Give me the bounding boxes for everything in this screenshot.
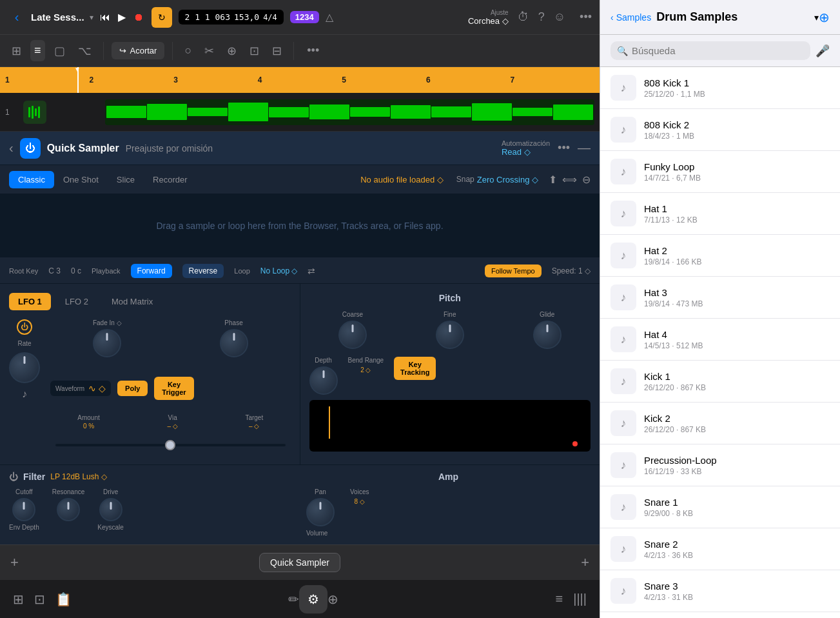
via-value[interactable]: – ◇	[167, 423, 177, 430]
mode-recorder-button[interactable]: Recorder	[144, 171, 196, 188]
mic-button[interactable]: 🎤	[816, 44, 830, 58]
sample-list-item[interactable]: ♪ Hat 4 14/5/13 · 512 MB	[600, 319, 840, 361]
record-button[interactable]: ⏺	[133, 12, 144, 23]
snap-up-icon[interactable]: ⬆	[549, 174, 557, 186]
plugin-back-button[interactable]: ‹	[9, 141, 14, 155]
snap-minus-icon[interactable]: ⊖	[582, 174, 591, 186]
snap-value[interactable]: Zero Crossing ◇	[477, 175, 538, 184]
top-more-button[interactable]: •••	[580, 10, 592, 24]
fine-knob[interactable]	[436, 321, 464, 349]
samples-back-button[interactable]: ‹ Samples	[610, 12, 651, 23]
target-value[interactable]: – ◇	[249, 423, 259, 430]
sample-list-item[interactable]: ♪ Precussion-Loop 16/12/19 · 33 KB	[600, 444, 840, 486]
timeline-ruler[interactable]: 1 2 3 4 5 6 7	[0, 67, 600, 93]
sample-list-item[interactable]: ♪ Snare 4 24/9/13 · 136 KB	[600, 612, 840, 618]
slider-thumb[interactable]	[165, 440, 175, 450]
reverse-button[interactable]: Reverse	[182, 264, 224, 278]
window-button[interactable]: ▢	[50, 40, 69, 62]
lfo1-tab[interactable]: LFO 1	[9, 293, 51, 310]
drive-knob[interactable]	[99, 498, 122, 521]
tool-copy-button[interactable]: ⊟	[268, 40, 286, 62]
clock-button[interactable]: ⏱	[518, 10, 529, 24]
fade-in-knob[interactable]	[93, 329, 121, 357]
lfo2-tab[interactable]: LFO 2	[56, 293, 97, 310]
skip-back-button[interactable]: ⏮	[100, 12, 110, 23]
footer-clipboard-button[interactable]: 📋	[55, 592, 72, 607]
slider-track[interactable]	[55, 444, 286, 446]
voices-value[interactable]: 8 ◇	[355, 498, 365, 505]
tool-loop-button[interactable]: ○	[181, 40, 195, 61]
add-sample-button[interactable]: ⊕	[819, 10, 830, 25]
sample-list-item[interactable]: ♪ 808 Kick 2 18/4/23 · 1 MB	[600, 109, 840, 151]
play-button[interactable]: ▶	[118, 11, 126, 23]
bottom-add-right-button[interactable]: +	[581, 554, 589, 571]
coarse-knob[interactable]	[338, 321, 367, 349]
forward-button[interactable]: Forward	[131, 264, 172, 278]
audio-file-label[interactable]: No audio file loaded ◇	[360, 175, 444, 184]
footer-right-button2[interactable]: ||||	[573, 592, 587, 606]
list-view-button[interactable]: ≡	[30, 40, 45, 61]
cutoff-knob[interactable]	[12, 498, 35, 521]
plugin-close-button[interactable]: —	[578, 141, 591, 155]
track-waveform[interactable]	[105, 99, 594, 125]
key-trigger-button[interactable]: Key Trigger	[154, 377, 193, 400]
resonance-knob[interactable]	[57, 498, 80, 521]
lfo-power-button[interactable]: ⏻	[17, 319, 32, 335]
acortar-button[interactable]: ↪ Acortar	[112, 42, 165, 59]
snap-expand-icon[interactable]: ⟺	[562, 174, 577, 186]
sample-list-item[interactable]: ♪ Funky Loop 14/7/21 · 6,7 MB	[600, 151, 840, 193]
waveform-drop-area[interactable]: Drag a sample or loop here from the Brow…	[0, 194, 600, 258]
bottom-add-left-button[interactable]: +	[10, 554, 19, 571]
note-button[interactable]: ♪	[22, 388, 27, 400]
loop-button[interactable]: ↻	[151, 7, 172, 28]
speed-value[interactable]: Speed: 1 ◇	[552, 266, 591, 275]
root-key-value[interactable]: C 3	[48, 266, 61, 275]
poly-button[interactable]: Poly	[117, 381, 148, 396]
filter-type[interactable]: LP 12dB Lush ◇	[50, 472, 107, 481]
tool-split-button[interactable]: ⊕	[223, 40, 240, 62]
waveform-selector[interactable]: Waveform ∿ ◇	[50, 381, 111, 396]
mode-classic-button[interactable]: Classic	[9, 171, 54, 188]
sample-list-item[interactable]: ♪ Snare 3 4/2/13 · 31 KB	[600, 570, 840, 612]
sample-list-item[interactable]: ♪ Kick 2 26/12/20 · 867 KB	[600, 403, 840, 444]
footer-grid-button[interactable]: ⊞	[13, 592, 24, 607]
sample-list-item[interactable]: ♪ Snare 1 9/29/00 · 8 KB	[600, 486, 840, 528]
automation-value[interactable]: Read ◇	[502, 147, 550, 157]
plugin-power-button[interactable]: ⏻	[20, 138, 41, 159]
sample-list-item[interactable]: ♪ Hat 1 7/11/13 · 12 KB	[600, 193, 840, 235]
key-tracking-button[interactable]: Key Tracking	[394, 357, 436, 380]
footer-pencil-button[interactable]: ✏	[288, 585, 299, 613]
mode-slice-button[interactable]: Slice	[108, 171, 144, 188]
mode-oneshot-button[interactable]: One Shot	[54, 171, 108, 188]
sample-list-item[interactable]: ♪ 808 Kick 1 25/12/20 · 1,1 MB	[600, 67, 840, 109]
ajuste-value[interactable]: Corchea ◇	[468, 16, 509, 26]
bottom-plugin-label-button[interactable]: Quick Sampler	[259, 553, 340, 572]
grid-view-button[interactable]: ⊞	[8, 40, 25, 62]
back-button[interactable]: ‹	[8, 8, 26, 26]
sample-list-item[interactable]: ♪ Kick 1 26/12/20 · 867 KB	[600, 361, 840, 403]
footer-mixer-button[interactable]: ⊕	[327, 585, 338, 613]
glide-knob[interactable]	[533, 321, 562, 349]
bend-range-value[interactable]: 2 ◇	[360, 366, 371, 374]
mod-matrix-tab[interactable]: Mod Matrix	[103, 293, 162, 310]
phase-knob[interactable]	[220, 329, 248, 357]
tool-cut-button[interactable]: ✂	[200, 40, 218, 62]
plugin-more-button[interactable]: •••	[558, 141, 570, 155]
follow-tempo-button[interactable]: Follow Tempo	[485, 264, 542, 277]
pin-button[interactable]: ⌥	[74, 40, 95, 62]
face-button[interactable]: ☺	[554, 10, 565, 24]
loop-value[interactable]: No Loop ◇	[260, 266, 298, 275]
rate-knob[interactable]	[9, 352, 40, 383]
filter-power-button[interactable]: ⏻	[9, 472, 18, 482]
sample-list-item[interactable]: ♪ Hat 2 19/8/14 · 166 KB	[600, 235, 840, 277]
depth-knob[interactable]	[309, 366, 338, 395]
sample-list-item[interactable]: ♪ Hat 3 19/8/14 · 473 MB	[600, 277, 840, 319]
help-button[interactable]: ?	[538, 10, 545, 24]
toolbar-more-button[interactable]: •••	[307, 44, 319, 57]
sample-list-item[interactable]: ♪ Snare 2 4/2/13 · 36 KB	[600, 528, 840, 570]
tune-value[interactable]: 0 c	[71, 266, 81, 275]
tool-box-button[interactable]: ⊡	[246, 40, 263, 62]
pan-knob[interactable]	[306, 498, 335, 526]
footer-right-button1[interactable]: ≡	[556, 592, 563, 606]
search-input[interactable]	[632, 45, 804, 56]
